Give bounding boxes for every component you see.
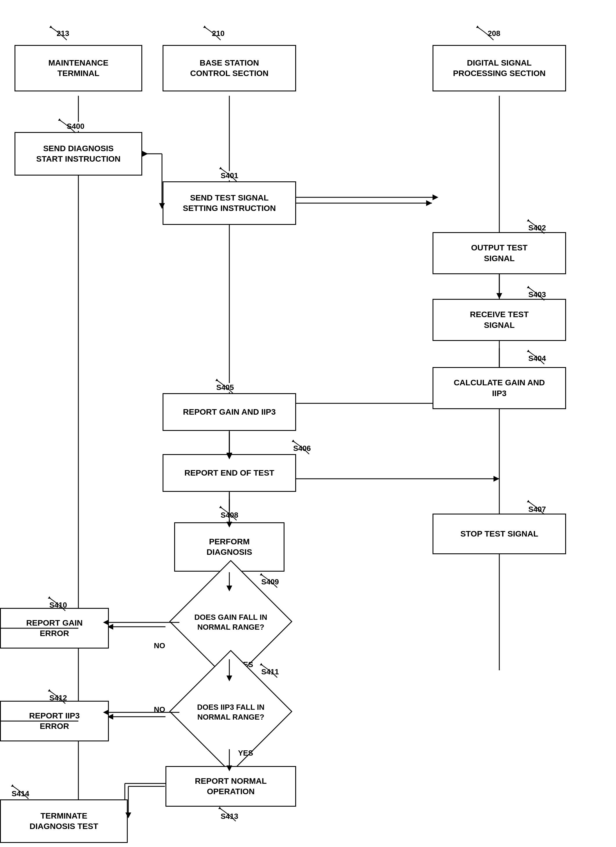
svg-marker-37 bbox=[58, 118, 61, 121]
base-station-box: BASE STATIONCONTROL SECTION bbox=[162, 45, 296, 91]
svg-marker-48 bbox=[260, 663, 263, 666]
svg-marker-39 bbox=[527, 219, 530, 221]
s402-arrow bbox=[527, 219, 550, 236]
maintenance-terminal-box: S400 MAINTENANCETERMINAL bbox=[15, 45, 142, 91]
s400-arrow bbox=[58, 118, 81, 136]
svg-marker-6 bbox=[433, 195, 438, 200]
s405-box: REPORT GAIN AND IIP3 bbox=[162, 393, 296, 431]
s402-box: OUTPUT TESTSIGNAL bbox=[433, 232, 566, 274]
svg-marker-44 bbox=[527, 500, 530, 502]
s409-no-label: NO bbox=[154, 641, 165, 650]
s411-no-label: NO bbox=[154, 705, 165, 714]
s401-arrow bbox=[219, 167, 242, 184]
s414-box: TERMINATEDIAGNOSIS TEST bbox=[0, 800, 128, 843]
s412-arrow bbox=[48, 689, 71, 707]
svg-marker-56 bbox=[426, 200, 432, 206]
svg-marker-8 bbox=[496, 293, 502, 299]
s409-diamond: DOES GAIN FALL INNORMAL RANGE? bbox=[165, 586, 296, 659]
svg-marker-45 bbox=[219, 506, 222, 508]
svg-marker-47 bbox=[48, 596, 51, 599]
col-210-arrow bbox=[203, 25, 226, 43]
digital-signal-box: DIGITAL SIGNALPROCESSING SECTION bbox=[433, 45, 566, 91]
s406-arrow bbox=[292, 440, 315, 457]
s412-box: REPORT IIP3ERROR bbox=[0, 701, 109, 741]
svg-marker-42 bbox=[216, 379, 218, 381]
s404-arrow bbox=[527, 350, 550, 367]
col-208-arrow bbox=[476, 25, 499, 43]
s401-box: SEND TEST SIGNALSETTING INSTRUCTION bbox=[162, 182, 296, 225]
svg-marker-4 bbox=[142, 151, 148, 157]
svg-marker-43 bbox=[292, 440, 295, 442]
s413-box: REPORT NORMALOPERATION bbox=[165, 766, 296, 807]
svg-marker-51 bbox=[11, 784, 14, 786]
s410-box: REPORT GAINERROR bbox=[0, 608, 109, 649]
s411-diamond: DOES IIP3 FALL INNORMAL RANGE? bbox=[165, 676, 296, 749]
svg-marker-46 bbox=[260, 573, 263, 575]
s411-arrow bbox=[260, 663, 283, 680]
svg-marker-16 bbox=[493, 476, 499, 482]
s400-box: SEND DIAGNOSISSTART INSTRUCTION bbox=[15, 132, 142, 176]
s410-arrow bbox=[48, 596, 71, 614]
s407-box: STOP TEST SIGNAL bbox=[433, 514, 566, 554]
flowchart-diagram: 213 210 208 S400 MAINTENANCETERMINAL BAS… bbox=[0, 0, 616, 847]
s408-arrow bbox=[219, 506, 242, 523]
svg-marker-38 bbox=[219, 167, 222, 169]
s403-arrow bbox=[527, 286, 550, 303]
col-213-arrow bbox=[49, 25, 72, 43]
svg-marker-34 bbox=[49, 25, 52, 28]
s413-arrow bbox=[218, 807, 242, 824]
s411-yes-label: YES bbox=[238, 749, 253, 758]
s406-box: REPORT END OF TEST bbox=[162, 454, 296, 492]
svg-marker-50 bbox=[218, 807, 221, 809]
s403-box: RECEIVE TESTSIGNAL bbox=[433, 299, 566, 341]
s405-arrow bbox=[216, 379, 239, 396]
svg-marker-36 bbox=[476, 25, 479, 28]
s409-arrow bbox=[260, 573, 283, 590]
svg-marker-49 bbox=[48, 689, 51, 692]
svg-marker-40 bbox=[527, 286, 530, 288]
svg-marker-35 bbox=[203, 25, 206, 28]
s407-arrow bbox=[527, 500, 550, 517]
s404-box: CALCULATE GAIN ANDIIP3 bbox=[433, 367, 566, 409]
s414-arrow bbox=[11, 784, 34, 802]
svg-marker-41 bbox=[527, 350, 530, 352]
